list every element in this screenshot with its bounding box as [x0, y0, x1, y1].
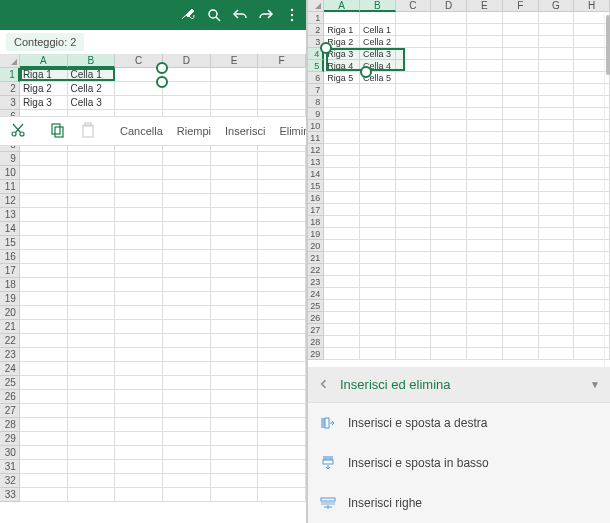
- row-header[interactable]: 24: [308, 288, 324, 300]
- cell[interactable]: [324, 120, 360, 132]
- cell[interactable]: [115, 334, 163, 348]
- cell[interactable]: [115, 376, 163, 390]
- cell[interactable]: [115, 320, 163, 334]
- cell[interactable]: [539, 84, 575, 96]
- cell[interactable]: [324, 96, 360, 108]
- cell[interactable]: [360, 204, 396, 216]
- cell[interactable]: [211, 474, 259, 488]
- cell[interactable]: [431, 144, 467, 156]
- cell[interactable]: [360, 12, 396, 24]
- cell[interactable]: [163, 488, 211, 502]
- cell[interactable]: [115, 362, 163, 376]
- cell[interactable]: Cella 2: [360, 36, 396, 48]
- cell[interactable]: [68, 306, 116, 320]
- cell[interactable]: [324, 288, 360, 300]
- paste-icon[interactable]: [76, 122, 100, 141]
- cell[interactable]: [360, 240, 396, 252]
- cell[interactable]: [431, 312, 467, 324]
- cell[interactable]: [431, 12, 467, 24]
- cell[interactable]: [503, 168, 539, 180]
- row-header[interactable]: 2: [0, 82, 20, 96]
- cell[interactable]: [467, 36, 503, 48]
- cell[interactable]: [360, 324, 396, 336]
- cell[interactable]: [539, 288, 575, 300]
- cell[interactable]: Riga 2: [20, 82, 68, 96]
- cell[interactable]: [539, 156, 575, 168]
- row-header[interactable]: 21: [0, 320, 20, 334]
- cell[interactable]: [396, 252, 432, 264]
- cell[interactable]: [324, 252, 360, 264]
- cell[interactable]: [20, 278, 68, 292]
- cell[interactable]: Riga 1: [20, 68, 68, 82]
- cell[interactable]: [163, 278, 211, 292]
- cell[interactable]: [539, 252, 575, 264]
- cell[interactable]: [324, 348, 360, 360]
- cell[interactable]: [431, 120, 467, 132]
- cell[interactable]: [20, 488, 68, 502]
- cell[interactable]: [396, 48, 432, 60]
- cell[interactable]: [539, 180, 575, 192]
- cell[interactable]: [467, 192, 503, 204]
- cell[interactable]: [503, 240, 539, 252]
- cell[interactable]: [539, 276, 575, 288]
- cell[interactable]: [20, 320, 68, 334]
- insert-rows[interactable]: Inserisci righe: [308, 483, 610, 523]
- cell[interactable]: [258, 362, 306, 376]
- cell[interactable]: [115, 222, 163, 236]
- cell[interactable]: [211, 334, 259, 348]
- select-all-corner[interactable]: [0, 54, 20, 68]
- cell[interactable]: [467, 12, 503, 24]
- cell[interactable]: [324, 180, 360, 192]
- cell[interactable]: [163, 362, 211, 376]
- spreadsheet-grid[interactable]: ABCDEFGH12Riga 1Cella 13Riga 2Cella 24Ri…: [308, 0, 610, 360]
- cell[interactable]: [539, 48, 575, 60]
- cell[interactable]: Riga 3: [20, 96, 68, 110]
- redo-icon[interactable]: [258, 7, 274, 23]
- cell[interactable]: [258, 418, 306, 432]
- cell[interactable]: [467, 324, 503, 336]
- cell[interactable]: [396, 216, 432, 228]
- cell[interactable]: [163, 236, 211, 250]
- cell[interactable]: [503, 276, 539, 288]
- cell[interactable]: [258, 390, 306, 404]
- cell[interactable]: [467, 156, 503, 168]
- row-header[interactable]: 32: [0, 474, 20, 488]
- cell[interactable]: [396, 72, 432, 84]
- cell[interactable]: [211, 68, 259, 82]
- cell[interactable]: [539, 60, 575, 72]
- column-header[interactable]: D: [163, 54, 211, 68]
- cell[interactable]: Cella 1: [68, 68, 116, 82]
- row-header[interactable]: 25: [0, 376, 20, 390]
- row-header[interactable]: 18: [0, 278, 20, 292]
- cell[interactable]: [324, 12, 360, 24]
- cell[interactable]: [360, 192, 396, 204]
- cell[interactable]: [211, 432, 259, 446]
- cell[interactable]: [68, 292, 116, 306]
- cell[interactable]: Riga 5: [324, 72, 360, 84]
- cell[interactable]: [467, 312, 503, 324]
- cell[interactable]: [324, 192, 360, 204]
- cell[interactable]: [20, 460, 68, 474]
- cell[interactable]: [163, 180, 211, 194]
- cell[interactable]: [360, 156, 396, 168]
- cell[interactable]: [68, 166, 116, 180]
- row-header[interactable]: 24: [0, 362, 20, 376]
- cell[interactable]: [467, 204, 503, 216]
- selection-handle[interactable]: [156, 62, 168, 74]
- cell[interactable]: [68, 334, 116, 348]
- cell[interactable]: [258, 278, 306, 292]
- fill-button[interactable]: Riempi: [173, 125, 215, 137]
- cell[interactable]: [396, 300, 432, 312]
- cell[interactable]: [503, 144, 539, 156]
- cell[interactable]: [163, 418, 211, 432]
- cell[interactable]: [431, 288, 467, 300]
- cell[interactable]: [211, 278, 259, 292]
- cut-icon[interactable]: [6, 122, 30, 141]
- cell[interactable]: [503, 216, 539, 228]
- cell[interactable]: [211, 488, 259, 502]
- cell[interactable]: [211, 320, 259, 334]
- cell[interactable]: [163, 264, 211, 278]
- cell[interactable]: [115, 264, 163, 278]
- cell[interactable]: [115, 474, 163, 488]
- cell[interactable]: [68, 208, 116, 222]
